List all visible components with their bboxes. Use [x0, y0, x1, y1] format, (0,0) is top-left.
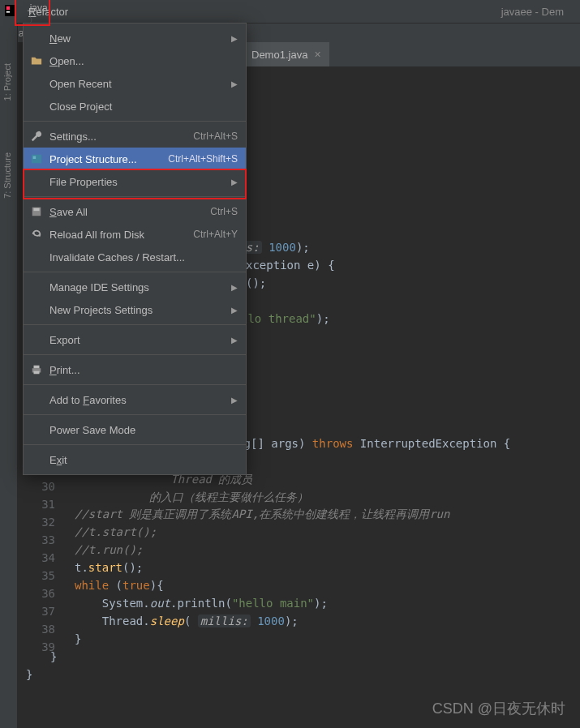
chevron-right-icon: ▶ [231, 79, 238, 88]
menu-item-export[interactable]: Export▶ [24, 328, 246, 351]
menu-item-file-properties[interactable]: File Properties▶ [24, 170, 246, 193]
chevron-right-icon: 〉 [27, 0, 40, 1]
app-icon [5, 5, 18, 18]
file-menu-dropdown: New▶Open...Open Recent▶Close ProjectSett… [23, 23, 247, 475]
menu-item-print[interactable]: Print... [24, 358, 246, 381]
menu-item-open-recent[interactable]: Open Recent▶ [24, 72, 246, 95]
chevron-right-icon: ▶ [231, 283, 238, 292]
svg-rect-1 [6, 6, 10, 10]
menu-item-label: Open... [49, 55, 238, 67]
chevron-right-icon: ▶ [231, 336, 238, 345]
menu-item-reload-all-from-disk[interactable]: Reload All from DiskCtrl+Alt+Y [24, 223, 246, 246]
menu-item-label: New [49, 32, 225, 45]
tab-label: Demo1.java [251, 49, 307, 61]
reload-icon [30, 229, 43, 240]
svg-rect-2 [6, 11, 10, 13]
watermark: CSDN @日夜无休时 [432, 699, 565, 718]
menu-item-label: Add to Favorites [49, 394, 225, 406]
chevron-right-icon: ▶ [231, 396, 238, 405]
shortcut-label: Ctrl+Alt+S [193, 131, 238, 142]
menu-item-label: Reload All from Disk [49, 229, 187, 241]
svg-rect-6 [34, 208, 40, 212]
menu-item-label: Exit [49, 454, 238, 466]
wrench-icon [30, 131, 43, 142]
side-tab-project[interactable]: 1: Project [2, 63, 12, 101]
menu-item-label: Export [49, 334, 225, 346]
menu-item-label: Invalidate Caches / Restart... [49, 251, 238, 263]
menu-item-label: Open Recent [49, 78, 225, 90]
proj-icon [30, 153, 43, 165]
open-icon [30, 55, 43, 66]
menu-item-settings[interactable]: Settings...Ctrl+Alt+S [24, 125, 246, 148]
menu-item-add-to-favorites[interactable]: Add to Favorites▶ [24, 388, 246, 411]
print-icon [30, 364, 43, 375]
chevron-right-icon: ▶ [231, 34, 238, 43]
menu-item-close-project[interactable]: Close Project [24, 95, 246, 118]
menu-item-label: Print... [49, 364, 238, 376]
menu-item-label: Close Project [49, 101, 238, 113]
shortcut-label: Ctrl+Alt+Y [193, 229, 238, 240]
shortcut-label: Ctrl+Alt+Shift+S [168, 153, 238, 165]
svg-rect-9 [34, 371, 40, 375]
menu-separator [24, 196, 246, 197]
menu-item-label: Manage IDE Settings [49, 281, 225, 293]
menu-item-new-projects-settings[interactable]: New Projects Settings▶ [24, 298, 246, 321]
save-icon [30, 206, 43, 217]
close-icon[interactable]: × [314, 48, 320, 61]
menu-separator [24, 121, 246, 122]
menu-item-project-structure[interactable]: Project Structure...Ctrl+Alt+Shift+S [24, 148, 246, 170]
menu-separator [24, 384, 246, 385]
menu-item-label: Save All [49, 206, 204, 218]
svg-rect-8 [34, 366, 40, 369]
menu-item-invalidate-caches-restart[interactable]: Invalidate Caches / Restart... [24, 246, 246, 268]
left-tool-strip: 1: Project 7: Structure [0, 23, 18, 728]
menu-item-label: Project Structure... [49, 153, 161, 165]
side-tab-structure[interactable]: 7: Structure [2, 152, 12, 199]
svg-rect-4 [33, 156, 37, 160]
breadcrumb-item[interactable]: .java [27, 2, 79, 14]
menu-item-exit[interactable]: Exit [24, 448, 246, 471]
chevron-right-icon: ▶ [231, 306, 238, 315]
shortcut-label: Ctrl+S [210, 206, 238, 217]
menu-separator [24, 414, 246, 415]
chevron-right-icon: ▶ [231, 178, 238, 186]
menu-separator [24, 324, 246, 325]
menu-separator [24, 354, 246, 355]
menu-separator [24, 444, 246, 445]
menu-item-label: Settings... [49, 131, 187, 143]
project-name: javaee - Dem [501, 6, 580, 18]
menu-item-label: Power Save Mode [49, 424, 238, 436]
menu-item-new[interactable]: New▶ [24, 27, 246, 49]
menubar: FileEditViewNavigateCodeAnalyzeRefactorB… [0, 0, 580, 23]
menu-item-label: File Properties [49, 176, 225, 188]
menu-item-open[interactable]: Open... [24, 49, 246, 72]
menu-item-power-save-mode[interactable]: Power Save Mode [24, 418, 246, 441]
editor-tab[interactable]: Demo1.java × [243, 42, 329, 66]
menu-item-save-all[interactable]: Save AllCtrl+S [24, 200, 246, 223]
menu-separator [24, 272, 246, 272]
menu-item-label: New Projects Settings [49, 304, 225, 316]
menu-item-manage-ide-settings[interactable]: Manage IDE Settings▶ [24, 276, 246, 298]
